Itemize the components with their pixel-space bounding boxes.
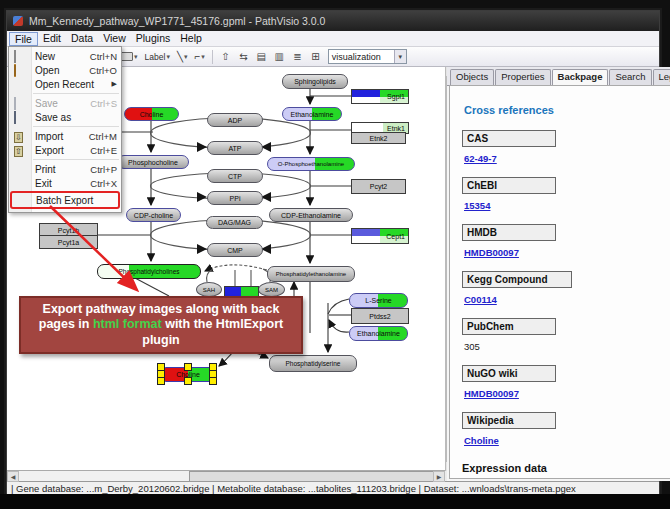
chevron-down-icon[interactable]: ▾ xyxy=(134,53,138,61)
xref-link-chebi[interactable]: 15354 xyxy=(464,200,490,211)
node-sam[interactable]: SAM xyxy=(258,282,285,297)
align-middle-icon[interactable]: ⇆ xyxy=(236,51,251,62)
file-menu-dropdown: New Ctrl+N Open Ctrl+O Open Recent ▶ Sav… xyxy=(8,46,122,213)
xref-section-nugo: NuGO wiki xyxy=(462,365,556,382)
node-ethanolamine[interactable]: Ethanolamine xyxy=(282,107,342,121)
xref-section-cas: CAS xyxy=(462,130,556,147)
node-o-phosphoethanolamine[interactable]: O-Phosphoethanolamine xyxy=(267,157,355,171)
stack-vertical-icon[interactable]: ⊞ xyxy=(308,51,323,62)
node-dag[interactable]: DAG/MAG xyxy=(206,216,263,229)
node-l-serine[interactable]: L-Serine xyxy=(349,293,408,308)
xref-section-wikipedia: Wikipedia xyxy=(462,412,556,429)
xref-link-hmdb[interactable]: HMDB00097 xyxy=(464,247,519,258)
save-icon xyxy=(14,98,26,109)
side-panel-tabs: Objects Properties Backpage Search Legen… xyxy=(447,67,670,86)
status-text: | Gene database: ...m_Derby_20120602.bri… xyxy=(11,483,576,494)
xref-section-kegg: Kegg Compound xyxy=(462,271,572,288)
xref-link-wikipedia[interactable]: Choline xyxy=(464,435,499,446)
menu-item-exit[interactable]: Exit Ctrl+X xyxy=(9,176,121,190)
menu-item-import[interactable]: ⇩ Import Ctrl+M xyxy=(9,129,121,143)
node-cdp-choline[interactable]: CDP-choline xyxy=(126,208,181,222)
menu-item-print[interactable]: Print Ctrl+P xyxy=(9,162,121,176)
chevron-down-icon[interactable]: ▾ xyxy=(184,53,188,61)
node-cdp-ethanolamine[interactable]: CDP-Ethanolamine xyxy=(269,208,353,222)
horizontal-scrollbar-thumb[interactable] xyxy=(189,471,439,482)
tab-legend[interactable]: Legend xyxy=(653,69,670,85)
menu-item-save[interactable]: Save Ctrl+S xyxy=(9,96,121,110)
selection-handle[interactable] xyxy=(157,377,165,385)
expression-data-heading: Expression data xyxy=(462,462,670,474)
menu-plugins[interactable]: Plugins xyxy=(131,32,175,45)
tab-backpage[interactable]: Backpage xyxy=(552,69,609,85)
menu-edit[interactable]: Edit xyxy=(38,32,66,45)
node-atp[interactable]: ATP xyxy=(207,141,263,155)
line-tool-button[interactable]: ╲ ▾ xyxy=(175,49,190,64)
selection-handle[interactable] xyxy=(184,377,192,385)
node-choline[interactable]: Choline xyxy=(124,107,179,121)
menu-item-save-as[interactable]: Save as xyxy=(9,110,121,124)
elbow-line-icon: ⌐ xyxy=(194,52,200,62)
selection-handle[interactable] xyxy=(209,377,217,385)
annotation-highlight: html format xyxy=(93,317,162,331)
xref-section-pubchem: PubChem xyxy=(462,318,556,335)
node-ethanolamine-bottom[interactable]: Ethanolamine xyxy=(349,326,408,341)
node-phosphatidylethanolamine[interactable]: Phosphatidylethanolamine xyxy=(267,266,355,282)
node-ptdss2[interactable]: Ptdss2 xyxy=(351,308,409,324)
xref-value-pubchem: 305 xyxy=(464,341,480,352)
chevron-down-icon[interactable]: ▾ xyxy=(201,53,205,61)
selection-handle[interactable] xyxy=(184,363,192,371)
stack-horizontal-icon[interactable]: ≣ xyxy=(290,51,305,62)
menu-help[interactable]: Help xyxy=(175,32,207,45)
tab-objects[interactable]: Objects xyxy=(450,69,494,85)
visualization-value: visualization xyxy=(332,52,381,62)
add-label-button[interactable]: Label ▾ xyxy=(143,49,172,64)
distribute-horizontal-icon[interactable]: ▤ xyxy=(254,51,269,62)
node-etnk2[interactable]: Etnk2 xyxy=(351,132,406,144)
menu-item-open[interactable]: Open Ctrl+O xyxy=(9,63,121,77)
export-icon: ⇧ xyxy=(14,145,26,156)
menu-item-export[interactable]: ⇧ Export Ctrl+E xyxy=(9,143,121,157)
node-ctp[interactable]: CTP xyxy=(207,169,263,183)
chevron-down-icon[interactable]: ▾ xyxy=(394,50,406,63)
node-pcyt2[interactable]: Pcyt2 xyxy=(351,179,406,194)
node-pcyt1a[interactable]: Pcyt1a xyxy=(39,235,98,249)
tab-search[interactable]: Search xyxy=(609,69,651,85)
distribute-vertical-icon[interactable]: ▥ xyxy=(272,51,287,62)
node-phosphocholine[interactable]: Phosphocholine xyxy=(117,155,189,169)
node-phosphatidylcholines[interactable]: Phosphatidylcholines xyxy=(97,264,201,279)
node-sphingolipids[interactable]: Sphingolipids xyxy=(282,74,348,89)
scroll-right-icon[interactable]: ▶ xyxy=(433,471,445,482)
menu-item-open-recent[interactable]: Open Recent ▶ xyxy=(9,77,121,91)
menu-file[interactable]: File xyxy=(9,32,38,46)
menu-separator xyxy=(33,93,119,94)
title-bar[interactable]: Mm_Kennedy_pathway_WP1771_45176.gpml - P… xyxy=(7,11,659,31)
scroll-left-icon[interactable]: ◀ xyxy=(7,471,19,482)
xref-link-cas[interactable]: 62-49-7 xyxy=(464,153,497,164)
xref-link-kegg[interactable]: C00114 xyxy=(464,294,497,305)
node-sgpl1[interactable]: Sgpl1 xyxy=(351,89,409,104)
line-icon: ╲ xyxy=(177,52,183,62)
xref-section-chebi: ChEBI xyxy=(462,177,556,194)
horizontal-scrollbar[interactable]: ◀ ▶ xyxy=(7,470,445,481)
elbow-tool-button[interactable]: ⌐ ▾ xyxy=(192,49,206,64)
xref-section-hmdb: HMDB xyxy=(462,224,556,241)
visualization-combobox[interactable]: visualization ▾ xyxy=(328,49,407,64)
submenu-arrow-icon: ▶ xyxy=(112,80,117,88)
chevron-down-icon[interactable]: ▾ xyxy=(166,53,170,61)
tab-properties[interactable]: Properties xyxy=(495,69,550,85)
node-cmp[interactable]: CMP xyxy=(207,243,263,257)
import-icon: ⇩ xyxy=(14,131,26,142)
menu-item-new[interactable]: New Ctrl+N xyxy=(9,49,121,63)
annotation-callout: Export pathway images along with back pa… xyxy=(19,296,303,354)
menu-view[interactable]: View xyxy=(98,32,131,45)
node-sah[interactable]: SAH xyxy=(196,282,222,297)
node-cept1[interactable]: Cept1 xyxy=(351,228,409,244)
window-title: Mm_Kennedy_pathway_WP1771_45176.gpml - P… xyxy=(29,15,325,27)
menu-item-batch-export[interactable]: Batch Export xyxy=(10,191,120,209)
node-adp[interactable]: ADP xyxy=(207,113,263,127)
xref-link-nugo[interactable]: HMDB00097 xyxy=(464,388,519,399)
align-center-icon[interactable]: ⇧ xyxy=(218,51,233,62)
menu-data[interactable]: Data xyxy=(66,32,98,45)
node-phosphatidylserine[interactable]: Phosphatidylserine xyxy=(269,355,357,372)
node-ppi[interactable]: PPi xyxy=(207,191,263,205)
